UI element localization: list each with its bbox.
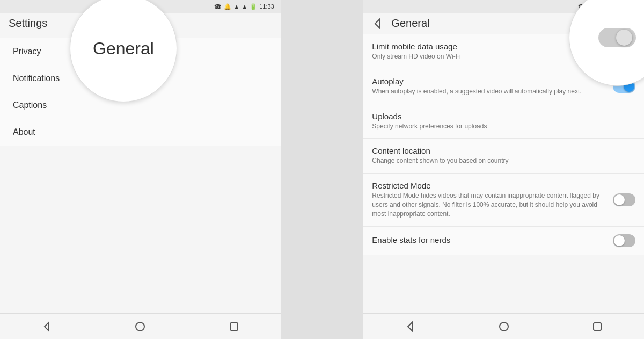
right-page-title: General bbox=[391, 17, 429, 30]
volume-icon: 🔔 bbox=[224, 3, 231, 10]
right-back-btn[interactable] bbox=[399, 316, 421, 337]
setting-text-autoplay: Autoplay When autoplay is enabled, a sug… bbox=[372, 77, 613, 96]
setting-row-content-location[interactable]: Content location Change content shown to… bbox=[363, 139, 644, 174]
setting-title-restricted-mode: Restricted Mode bbox=[372, 181, 606, 190]
right-home-btn[interactable] bbox=[493, 316, 515, 337]
left-back-btn[interactable] bbox=[36, 316, 57, 337]
setting-title-stats-nerds: Enable stats for nerds bbox=[372, 235, 606, 244]
signal-icon: ▲ bbox=[241, 3, 247, 10]
svg-marker-3 bbox=[375, 19, 379, 28]
setting-title-autoplay: Autoplay bbox=[372, 77, 606, 86]
right-panel: ☎ 🔔 ▲ ▲ 🔋 11:33 General Limit mobile dat… bbox=[363, 0, 644, 339]
left-time: 11:33 bbox=[259, 3, 274, 10]
setting-row-stats-nerds[interactable]: Enable stats for nerds bbox=[363, 227, 644, 255]
right-recent-btn[interactable] bbox=[587, 316, 608, 337]
toggle-thumb-restricted-mode bbox=[614, 194, 625, 205]
setting-text-uploads: Uploads Specify network preferences for … bbox=[372, 112, 635, 131]
svg-rect-6 bbox=[594, 323, 601, 330]
setting-title-content-location: Content location bbox=[372, 146, 629, 155]
left-nav-bar bbox=[0, 313, 281, 339]
setting-desc-autoplay: When autoplay is enabled, a suggested vi… bbox=[372, 87, 606, 96]
battery-icon: 🔋 bbox=[250, 3, 257, 10]
setting-desc-content-location: Change content shown to you based on cou… bbox=[372, 156, 629, 165]
setting-row-restricted-mode[interactable]: Restricted Mode Restricted Mode hides vi… bbox=[363, 174, 644, 226]
left-home-btn[interactable] bbox=[129, 316, 151, 337]
toggle-restricted-mode[interactable] bbox=[613, 193, 635, 206]
svg-marker-0 bbox=[45, 322, 49, 331]
toggle-thumb-stats-nerds bbox=[614, 235, 625, 246]
big-toggle-thumb bbox=[616, 30, 632, 46]
big-toggle[interactable] bbox=[598, 28, 636, 47]
setting-text-content-location: Content location Change content shown to… bbox=[372, 146, 635, 165]
left-page-title: Settings bbox=[9, 17, 47, 30]
svg-point-5 bbox=[500, 322, 508, 331]
wifi-icon: ▲ bbox=[233, 3, 239, 10]
setting-row-uploads[interactable]: Uploads Specify network preferences for … bbox=[363, 104, 644, 139]
left-panel: ☎ 🔔 ▲ ▲ 🔋 11:33 Settings General Privacy… bbox=[0, 0, 281, 339]
toggle-stats-nerds[interactable] bbox=[613, 234, 635, 247]
right-back-arrow[interactable] bbox=[372, 18, 383, 29]
phone-icon: ☎ bbox=[214, 3, 222, 10]
svg-marker-4 bbox=[408, 322, 412, 331]
setting-text-stats-nerds: Enable stats for nerds bbox=[372, 235, 613, 246]
divider bbox=[281, 0, 321, 339]
setting-desc-restricted-mode: Restricted Mode hides videos that may co… bbox=[372, 191, 606, 218]
left-recent-btn[interactable] bbox=[223, 316, 245, 337]
menu-item-about[interactable]: About bbox=[0, 119, 281, 146]
setting-desc-uploads: Specify network preferences for uploads bbox=[372, 122, 629, 131]
left-status-icons: ☎ 🔔 ▲ ▲ 🔋 11:33 bbox=[214, 3, 274, 10]
setting-text-restricted-mode: Restricted Mode Restricted Mode hides vi… bbox=[372, 181, 613, 218]
right-nav-bar bbox=[363, 313, 644, 339]
setting-title-uploads: Uploads bbox=[372, 112, 629, 121]
svg-rect-2 bbox=[230, 323, 238, 330]
circle-general-label: General bbox=[93, 39, 154, 59]
svg-point-1 bbox=[136, 322, 144, 331]
